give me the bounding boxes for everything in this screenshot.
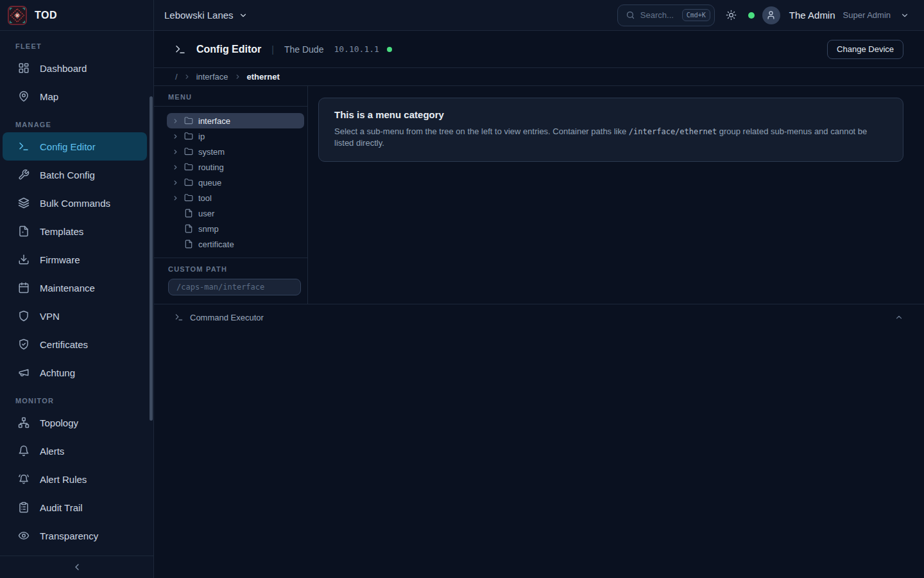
sidebar-item-audit-trail[interactable]: Audit Trail	[3, 493, 147, 521]
sidebar-item-alert-rules[interactable]: Alert Rules	[3, 465, 147, 493]
sidebar-item-alerts[interactable]: Alerts	[3, 437, 147, 465]
custom-path-section: CUSTOM PATH	[154, 258, 307, 304]
change-device-button[interactable]: Change Device	[827, 40, 903, 59]
tree-item-system[interactable]: system	[167, 144, 304, 159]
sidebar-collapse-button[interactable]	[0, 556, 153, 578]
chevron-left-icon	[72, 562, 82, 572]
sidebar-item-label: Map	[40, 91, 58, 102]
chevron-right-icon[interactable]	[171, 194, 179, 202]
sidebar-item-label: Alerts	[40, 446, 64, 457]
tree-item-label: certificate	[198, 240, 234, 249]
sidebar-item-label: Templates	[40, 226, 83, 237]
shield-check-icon	[18, 338, 30, 350]
app-title: TOD	[35, 10, 57, 21]
folder-icon	[184, 116, 193, 125]
megaphone-icon	[18, 367, 30, 378]
sidebar-scrollbar[interactable]	[150, 96, 153, 421]
chevron-right-icon[interactable]	[171, 179, 179, 186]
user-icon	[766, 10, 776, 20]
org-switcher[interactable]: Lebowski Lanes	[164, 10, 248, 21]
tree-indent-spacer	[171, 240, 179, 248]
content-fill	[154, 330, 924, 578]
bell-icon	[18, 445, 30, 457]
menu-category-card: This is a menu category Select a sub-men…	[318, 98, 903, 162]
tree-item-label: snmp	[198, 224, 219, 234]
tree-item-label: user	[198, 209, 214, 218]
breadcrumb-item-interface[interactable]: interface	[196, 72, 228, 82]
sidebar-section-manage: MANAGE	[0, 110, 153, 132]
sidebar-item-config-editor[interactable]: Config Editor	[3, 132, 147, 161]
sidebar-item-achtung[interactable]: Achtung	[3, 358, 147, 387]
terminal-icon	[18, 141, 30, 152]
sidebar-item-firmware[interactable]: Firmware	[3, 245, 147, 274]
sidebar-item-certificates[interactable]: Certificates	[3, 330, 147, 358]
sidebar-item-label: Alert Rules	[40, 474, 87, 485]
tree-indent-spacer	[171, 225, 179, 232]
sidebar-item-label: Transparency	[40, 530, 98, 541]
chevron-right-icon[interactable]	[171, 148, 179, 155]
tree-item-ip[interactable]: ip	[167, 128, 304, 144]
tree-item-user[interactable]: user	[167, 206, 304, 221]
device-status-dot	[387, 47, 392, 52]
card-title: This is a menu category	[334, 109, 887, 120]
tree-item-certificate[interactable]: certificate	[167, 236, 304, 252]
tree-item-label: routing	[198, 162, 224, 172]
brand: TOD	[0, 0, 154, 30]
chevron-right-icon[interactable]	[171, 132, 179, 140]
device-name: The Dude	[284, 44, 323, 55]
sidebar-nav: FLEET Dashboard Map MANAGE Config Editor…	[0, 31, 153, 556]
custom-path-input[interactable]	[168, 279, 301, 295]
bell-ring-icon	[18, 473, 30, 485]
sidebar-item-batch-config[interactable]: Batch Config	[3, 161, 147, 189]
sidebar-item-topology[interactable]: Topology	[3, 408, 147, 437]
app-root: TOD Lebowski Lanes Search... Cmd+K	[0, 0, 924, 578]
custom-path-label: CUSTOM PATH	[168, 265, 301, 273]
user-menu-button[interactable]	[898, 6, 911, 24]
theme-toggle-button[interactable]	[723, 6, 740, 24]
org-name: Lebowski Lanes	[164, 10, 234, 21]
search-input[interactable]: Search... Cmd+K	[617, 4, 715, 26]
folder-icon	[184, 193, 193, 202]
chevron-right-icon[interactable]	[171, 117, 179, 125]
page-header: Config Editor | The Dude 10.10.1.1 Chang…	[154, 31, 924, 68]
tree-item-label: interface	[198, 116, 230, 126]
map-pin-icon	[18, 91, 30, 102]
tree-item-routing[interactable]: routing	[167, 159, 304, 175]
tree-item-interface[interactable]: interface	[167, 113, 304, 128]
sidebar: FLEET Dashboard Map MANAGE Config Editor…	[0, 31, 154, 578]
folder-icon	[184, 178, 193, 187]
sidebar-item-bulk-commands[interactable]: Bulk Commands	[3, 189, 147, 217]
sidebar-item-dashboard[interactable]: Dashboard	[3, 54, 147, 82]
card-description: Select a sub-menu from the tree on the l…	[334, 126, 887, 149]
command-executor-label: Command Executor	[190, 313, 264, 322]
dashboard-icon	[18, 62, 30, 74]
sidebar-item-transparency[interactable]: Transparency	[3, 521, 147, 550]
sidebar-item-templates[interactable]: Templates	[3, 217, 147, 245]
terminal-icon	[175, 44, 186, 55]
workspace: MENU interface ip	[154, 86, 924, 304]
layers-icon	[18, 197, 30, 209]
chevron-up-icon	[894, 313, 903, 322]
sidebar-section-fleet: FLEET	[0, 40, 153, 54]
chevron-right-icon[interactable]	[171, 163, 179, 171]
command-executor-toggle[interactable]: Command Executor	[154, 304, 924, 330]
sidebar-item-label: Firmware	[40, 254, 80, 265]
menu-panel: MENU interface ip	[154, 86, 308, 304]
page-title: Config Editor	[196, 44, 261, 55]
shield-icon	[18, 310, 30, 322]
tree-item-label: ip	[198, 132, 205, 141]
tree-item-snmp[interactable]: snmp	[167, 221, 304, 236]
main-content: Config Editor | The Dude 10.10.1.1 Chang…	[154, 31, 924, 578]
file-icon	[18, 225, 30, 237]
sidebar-item-vpn[interactable]: VPN	[3, 302, 147, 330]
sidebar-item-label: Batch Config	[40, 170, 95, 180]
sidebar-item-map[interactable]: Map	[3, 82, 147, 110]
tree-item-queue[interactable]: queue	[167, 175, 304, 190]
eye-icon	[18, 530, 30, 541]
file-icon	[184, 209, 193, 218]
sidebar-item-maintenance[interactable]: Maintenance	[3, 274, 147, 302]
tree-item-tool[interactable]: tool	[167, 190, 304, 206]
breadcrumb-root[interactable]: /	[175, 72, 178, 82]
avatar[interactable]	[762, 6, 780, 24]
sidebar-item-label: Certificates	[40, 339, 88, 350]
